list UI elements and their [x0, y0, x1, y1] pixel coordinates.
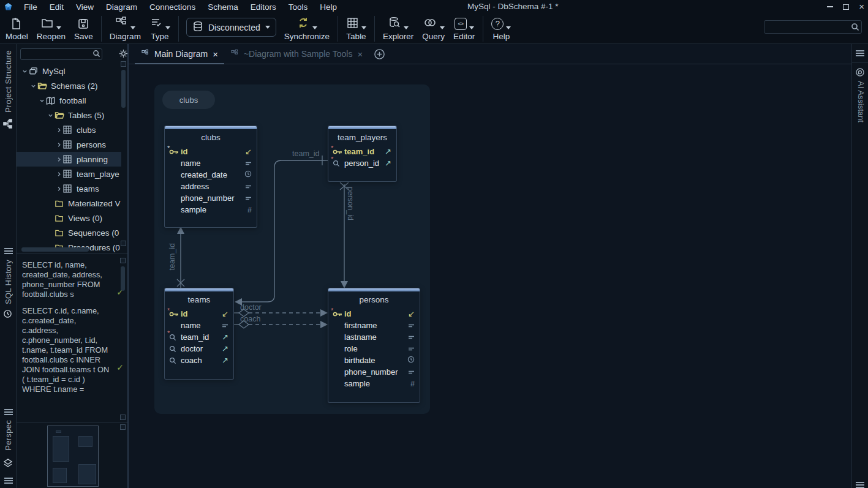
column-row[interactable]: role	[328, 343, 420, 355]
tree-node-planning[interactable]: planning	[17, 152, 121, 167]
tree-node-schemas[interactable]: Schemas (2)	[17, 78, 121, 93]
menu-edit[interactable]: Edit	[43, 2, 70, 12]
column-row[interactable]: doctor ↗	[165, 343, 233, 355]
project-structure-rail-label[interactable]: Project Structure	[4, 50, 13, 113]
table-title[interactable]: clubs	[165, 129, 257, 146]
tree-node-clubs[interactable]: clubs	[17, 122, 121, 137]
tree-vertical-scrollbar[interactable]	[121, 70, 126, 108]
chevron-down-icon[interactable]	[20, 69, 29, 74]
column-row[interactable]: name	[165, 320, 233, 331]
tree-node-sequences[interactable]: Sequences (0	[17, 225, 121, 240]
column-row[interactable]: name	[165, 157, 257, 169]
tree-node-persons[interactable]: persons	[17, 137, 121, 152]
tree-node-materialized-views[interactable]: Materialized V	[17, 196, 121, 211]
tree-settings-gear-icon[interactable]	[118, 48, 127, 61]
column-row[interactable]: address	[165, 181, 257, 192]
tree-horizontal-scrollbar[interactable]	[21, 247, 89, 252]
tree-node-teams[interactable]: teams	[17, 181, 121, 196]
column-row[interactable]: * team_id ↗	[328, 146, 396, 157]
chevron-down-icon[interactable]	[46, 113, 55, 118]
scroll-corner-button[interactable]	[121, 61, 126, 67]
scroll-corner-button[interactable]	[120, 415, 126, 420]
column-row[interactable]: * id ↙	[165, 146, 257, 157]
scroll-corner-button[interactable]	[120, 258, 126, 263]
close-button[interactable]: ×	[859, 4, 864, 10]
table-title[interactable]: team_players	[328, 129, 396, 146]
query-button[interactable]: Query	[418, 15, 449, 41]
chevron-right-icon[interactable]	[55, 157, 63, 162]
tree-node-football[interactable]: football	[17, 93, 121, 108]
connection-dropdown-caret[interactable]	[265, 26, 270, 29]
synchronize-button[interactable]: Synchronize	[280, 15, 334, 41]
bottom-right-menu-icon[interactable]	[856, 482, 864, 483]
tab-main-diagram[interactable]: Main Diagram ×	[135, 44, 224, 64]
column-row[interactable]: created_date	[165, 169, 257, 181]
sql-history-panel-menu-icon[interactable]	[4, 248, 13, 249]
close-tab-icon[interactable]: ×	[357, 49, 363, 59]
chevron-down-icon[interactable]	[29, 83, 37, 89]
diagram-dropdown-caret[interactable]	[130, 26, 135, 29]
table-title[interactable]: teams	[165, 291, 233, 308]
column-row[interactable]: phone_number	[165, 192, 257, 204]
sql-history-entry[interactable]: SELECT id, name, created_date, address, …	[22, 260, 111, 299]
diagram-minimap[interactable]	[47, 426, 99, 487]
help-dropdown-caret[interactable]	[506, 26, 511, 29]
table-dropdown-caret[interactable]	[361, 26, 366, 29]
add-diagram-tab-button[interactable]	[374, 48, 385, 60]
help-button[interactable]: ? Help	[487, 15, 515, 41]
table-teams[interactable]: teams * id ↙ name * team_id	[164, 288, 234, 380]
chevron-right-icon[interactable]	[55, 171, 63, 177]
model-button[interactable]: Model	[1, 15, 32, 41]
diagram-canvas[interactable]: clubs	[129, 64, 851, 488]
chevron-right-icon[interactable]	[55, 142, 63, 148]
column-row[interactable]: sample #	[165, 204, 257, 216]
right-rail-menu-icon[interactable]	[856, 50, 864, 51]
reopen-button[interactable]: Reopen	[32, 15, 70, 41]
menu-file[interactable]: File	[18, 2, 43, 12]
menu-diagram[interactable]: Diagram	[100, 2, 143, 12]
bottom-left-menu-icon[interactable]	[4, 478, 13, 479]
diagram-button[interactable]: Diagram	[105, 15, 145, 41]
menu-connections[interactable]: Connections	[143, 2, 202, 12]
table-clubs[interactable]: clubs * id ↙ name created_date	[164, 126, 257, 228]
menu-tools[interactable]: Tools	[282, 2, 314, 12]
save-button[interactable]: Save	[70, 15, 97, 41]
sql-history-entry[interactable]: SELECT c.id, c.name, c.created_date, c.a…	[22, 306, 111, 394]
type-dropdown-caret[interactable]	[165, 26, 170, 29]
explorer-dropdown-caret[interactable]	[404, 26, 409, 29]
table-team-players[interactable]: team_players * team_id ↗ * person_id ↗	[328, 126, 397, 182]
perspective-panel-menu-icon[interactable]	[4, 409, 13, 410]
chevron-right-icon[interactable]	[55, 186, 63, 192]
column-row[interactable]: * person_id ↗	[328, 157, 396, 169]
query-dropdown-caret[interactable]	[440, 26, 445, 29]
perspective-rail-label[interactable]: Perspec	[4, 420, 13, 451]
sql-history-rail-label[interactable]: SQL History	[4, 260, 13, 304]
column-row[interactable]: birthdate	[328, 355, 420, 366]
synchronize-dropdown-caret[interactable]	[312, 26, 317, 29]
connection-status-button[interactable]: Disconnected	[186, 18, 276, 37]
maximize-button[interactable]	[843, 4, 849, 10]
tree-search-input[interactable]	[20, 48, 102, 60]
editor-dropdown-caret[interactable]	[469, 26, 474, 29]
menu-schema[interactable]: Schema	[202, 2, 244, 12]
menu-editors[interactable]: Editors	[244, 2, 282, 12]
column-row[interactable]: coach ↗	[165, 355, 233, 366]
table-persons[interactable]: persons * id ↙ firstname lastname	[328, 288, 420, 403]
sql-vertical-scrollbar[interactable]	[121, 266, 125, 291]
table-button[interactable]: Table	[342, 15, 371, 41]
explorer-button[interactable]: Explorer	[379, 15, 418, 41]
table-title[interactable]: persons	[328, 291, 420, 308]
menu-help[interactable]: Help	[314, 2, 343, 12]
editor-button[interactable]: <> Editor	[449, 15, 479, 41]
tab-diagram-sample-tools[interactable]: ~Diagram with Sample Tools ×	[224, 44, 369, 64]
column-row[interactable]: sample #	[328, 378, 420, 389]
ai-assistant-rail-label[interactable]: AI Assistant	[856, 81, 866, 122]
column-row[interactable]: * id ↙	[165, 308, 233, 320]
chevron-right-icon[interactable]	[55, 127, 63, 133]
minimize-button[interactable]	[827, 6, 833, 7]
tree-node-tables[interactable]: Tables (5)	[17, 108, 121, 122]
column-row[interactable]: * id ↙	[328, 308, 420, 320]
column-row[interactable]: lastname	[328, 331, 420, 343]
tree-node-mysql[interactable]: MySql	[17, 64, 121, 78]
reopen-dropdown-caret[interactable]	[56, 26, 61, 29]
